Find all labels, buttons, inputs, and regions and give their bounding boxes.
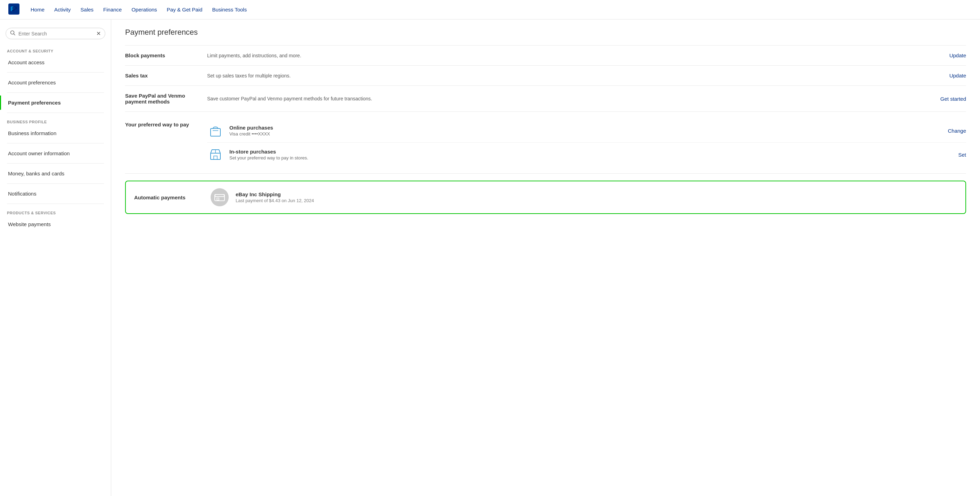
page-title: Payment preferences bbox=[125, 28, 966, 37]
online-purchases-title: Online purchases bbox=[229, 125, 933, 130]
sidebar-divider-1 bbox=[7, 72, 104, 73]
svg-rect-11 bbox=[215, 194, 224, 201]
save-paypal-venmo-action[interactable]: Get started bbox=[940, 96, 966, 102]
sidebar-search-container: ✕ bbox=[6, 28, 105, 39]
nav-home[interactable]: Home bbox=[30, 6, 45, 13]
nav-pay-get-paid[interactable]: Pay & Get Paid bbox=[167, 6, 203, 13]
main-content: Payment preferences Block payments Limit… bbox=[111, 19, 980, 496]
automatic-payments-box: Automatic payments eBay Inc Shipping Las… bbox=[125, 181, 966, 214]
search-box: ✕ bbox=[6, 28, 105, 39]
shopping-bag-icon bbox=[207, 122, 224, 139]
preferred-pay-items: Online purchases Visa credit ••••XXXX Ch… bbox=[207, 119, 966, 166]
sidebar-section-business-profile: BUSINESS PROFILE bbox=[0, 116, 111, 126]
nav-links-list: Home Activity Sales Finance Operations P… bbox=[30, 6, 247, 13]
sidebar-item-website-payments[interactable]: Website payments bbox=[0, 217, 111, 231]
sidebar-section-account-security: ACCOUNT & SECURITY bbox=[0, 45, 111, 55]
paypal-logo[interactable]: P P bbox=[8, 3, 19, 16]
block-payments-description: Limit payments, add instructions, and mo… bbox=[207, 53, 926, 58]
sidebar-divider-6 bbox=[7, 183, 104, 184]
search-input[interactable] bbox=[18, 31, 94, 37]
merchant-icon bbox=[211, 188, 229, 206]
sales-tax-action[interactable]: Update bbox=[950, 73, 966, 78]
search-clear-icon[interactable]: ✕ bbox=[96, 30, 101, 37]
automatic-payments-label: Automatic payments bbox=[134, 194, 204, 200]
nav-sales[interactable]: Sales bbox=[81, 6, 94, 13]
online-purchases-item: Online purchases Visa credit ••••XXXX Ch… bbox=[207, 119, 966, 143]
sales-tax-description: Set up sales taxes for multiple regions. bbox=[207, 73, 926, 78]
in-store-purchases-action[interactable]: Set bbox=[958, 152, 966, 158]
preferred-pay-row: Your preferred way to pay Online purchas… bbox=[125, 112, 966, 174]
save-paypal-venmo-label: Save PayPal and Venmo payment methods bbox=[125, 93, 202, 105]
sidebar-divider-5 bbox=[7, 163, 104, 164]
svg-rect-7 bbox=[211, 153, 220, 159]
svg-line-4 bbox=[14, 34, 15, 35]
sales-tax-row: Sales tax Set up sales taxes for multipl… bbox=[125, 66, 966, 86]
sidebar-item-payment-preferences[interactable]: Payment preferences bbox=[0, 95, 111, 110]
sidebar: ✕ ACCOUNT & SECURITY Account access Acco… bbox=[0, 19, 111, 496]
block-payments-row: Block payments Limit payments, add instr… bbox=[125, 45, 966, 66]
search-icon bbox=[10, 30, 16, 37]
sidebar-divider-3 bbox=[7, 113, 104, 113]
nav-activity[interactable]: Activity bbox=[54, 6, 71, 13]
online-purchases-action[interactable]: Change bbox=[948, 128, 966, 134]
top-navigation: P P Home Activity Sales Finance Operatio… bbox=[0, 0, 980, 19]
page-layout: ✕ ACCOUNT & SECURITY Account access Acco… bbox=[0, 19, 980, 496]
sidebar-item-account-access[interactable]: Account access bbox=[0, 55, 111, 70]
sidebar-divider-7 bbox=[7, 203, 104, 204]
nav-operations[interactable]: Operations bbox=[131, 6, 157, 13]
block-payments-action[interactable]: Update bbox=[950, 52, 966, 58]
merchant-sub: Last payment of $4.43 on Jun 12, 2024 bbox=[235, 198, 957, 203]
in-store-purchases-info: In-store purchases Set your preferred wa… bbox=[229, 149, 933, 161]
save-paypal-venmo-description: Save customer PayPal and Venmo payment m… bbox=[207, 96, 926, 102]
save-paypal-venmo-row: Save PayPal and Venmo payment methods Sa… bbox=[125, 86, 966, 112]
sidebar-divider-2 bbox=[7, 92, 104, 93]
nav-finance[interactable]: Finance bbox=[103, 6, 122, 13]
store-icon bbox=[207, 146, 224, 163]
sidebar-item-account-owner-information[interactable]: Account owner information bbox=[0, 146, 111, 161]
svg-text:P: P bbox=[13, 6, 17, 13]
online-purchases-info: Online purchases Visa credit ••••XXXX bbox=[229, 125, 933, 137]
preferred-pay-label: Your preferred way to pay bbox=[125, 119, 202, 127]
merchant-name: eBay Inc Shipping bbox=[235, 191, 957, 197]
in-store-purchases-desc: Set your preferred way to pay in stores. bbox=[229, 155, 933, 161]
sidebar-item-money-banks-cards[interactable]: Money, banks and cards bbox=[0, 166, 111, 181]
merchant-info: eBay Inc Shipping Last payment of $4.43 … bbox=[235, 191, 957, 203]
svg-rect-8 bbox=[214, 156, 217, 159]
sales-tax-label: Sales tax bbox=[125, 73, 202, 78]
online-purchases-desc: Visa credit ••••XXXX bbox=[229, 131, 933, 137]
nav-business-tools[interactable]: Business Tools bbox=[212, 6, 247, 13]
svg-rect-12 bbox=[217, 198, 219, 200]
in-store-purchases-item: In-store purchases Set your preferred wa… bbox=[207, 143, 966, 166]
sidebar-section-products-services: PRODUCTS & SERVICES bbox=[0, 207, 111, 217]
sidebar-divider-4 bbox=[7, 143, 104, 143]
sidebar-item-account-preferences[interactable]: Account preferences bbox=[0, 75, 111, 90]
in-store-purchases-title: In-store purchases bbox=[229, 149, 933, 154]
svg-rect-5 bbox=[211, 129, 220, 136]
sidebar-item-notifications[interactable]: Notifications bbox=[0, 186, 111, 201]
sidebar-item-business-information[interactable]: Business information bbox=[0, 126, 111, 140]
block-payments-label: Block payments bbox=[125, 52, 202, 58]
